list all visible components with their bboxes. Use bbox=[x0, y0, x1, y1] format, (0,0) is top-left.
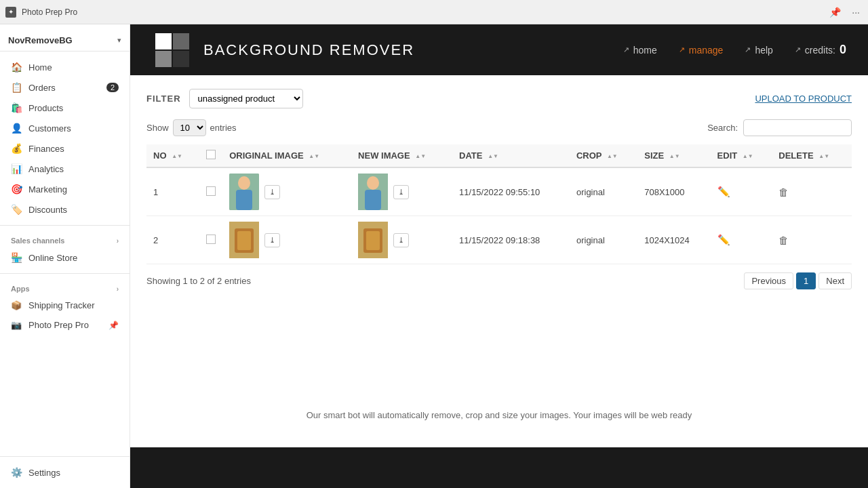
nav-help[interactable]: ↗ help bbox=[745, 45, 772, 56]
store-chevron-icon: ▾ bbox=[117, 36, 121, 45]
app-footer bbox=[130, 447, 868, 488]
new-img-2 bbox=[358, 222, 388, 258]
nav-manage[interactable]: ↗ manage bbox=[679, 45, 724, 56]
shirt-svg-new-1 bbox=[358, 222, 388, 258]
show-select[interactable]: 10 25 50 bbox=[173, 119, 206, 136]
sidebar-item-customers[interactable]: 👤 Customers bbox=[0, 118, 130, 138]
table-controls: Show 10 25 50 entries Search: bbox=[146, 119, 852, 136]
new-img-cell-1: ⤓ bbox=[358, 174, 446, 210]
apps-expand-icon: › bbox=[117, 285, 119, 293]
svg-rect-15 bbox=[366, 231, 380, 250]
orig-img-2 bbox=[229, 222, 259, 258]
delete-btn-1[interactable]: 🗑 bbox=[778, 186, 789, 198]
search-input[interactable] bbox=[743, 119, 852, 136]
cell-crop-2: original bbox=[570, 216, 637, 264]
cell-date-1: 11/15/2022 09:55:10 bbox=[452, 167, 570, 216]
sidebar-item-label: Discounts bbox=[28, 205, 67, 215]
upload-to-product-button[interactable]: UPLOAD TO PRODUCT bbox=[755, 94, 852, 104]
orders-badge: 2 bbox=[106, 83, 119, 92]
main-content: BACKGROUND REMOVER ↗ home ↗ manage ↗ hel… bbox=[130, 24, 868, 488]
finances-icon: 💰 bbox=[11, 143, 22, 154]
manage-nav-arrow: ↗ bbox=[679, 45, 685, 54]
sidebar-item-label: Customers bbox=[28, 123, 71, 134]
app-title: BACKGROUND REMOVER bbox=[203, 41, 414, 59]
svg-rect-3 bbox=[173, 51, 189, 67]
discounts-icon: 🏷️ bbox=[11, 204, 22, 215]
sidebar-item-label: Products bbox=[28, 103, 63, 113]
orig-download-btn-2[interactable]: ⤓ bbox=[264, 233, 280, 247]
person-svg-new-1 bbox=[358, 174, 388, 210]
cell-new-2: ⤓ bbox=[351, 216, 452, 264]
analytics-icon: 📊 bbox=[11, 163, 22, 174]
table-footer: Showing 1 to 2 of 2 entries Previous 1 N… bbox=[146, 272, 852, 289]
sidebar-item-settings[interactable]: ⚙️ Settings bbox=[0, 462, 130, 483]
store-selector[interactable]: NovRemoveBG ▾ bbox=[0, 30, 130, 52]
logo-svg bbox=[155, 33, 189, 67]
table-row: 2 bbox=[146, 216, 852, 264]
sort-icon-orig: ▲▼ bbox=[309, 153, 319, 159]
shipping-tracker-icon: 📦 bbox=[11, 300, 22, 310]
previous-btn[interactable]: Previous bbox=[744, 272, 793, 289]
sidebar-item-label: Home bbox=[28, 62, 52, 73]
help-nav-label: help bbox=[755, 45, 772, 56]
marketing-icon: 🎯 bbox=[11, 184, 22, 195]
show-label: Show bbox=[146, 123, 169, 133]
new-download-btn-1[interactable]: ⤓ bbox=[393, 185, 409, 199]
sidebar-bottom: ⚙️ Settings bbox=[0, 456, 130, 483]
new-img-1 bbox=[358, 174, 388, 210]
titlebar-title: Photo Prep Pro bbox=[22, 7, 77, 17]
titlebar-actions: 📌 ··· bbox=[827, 5, 863, 19]
sidebar-item-analytics[interactable]: 📊 Analytics bbox=[0, 159, 130, 179]
sidebar-item-label: Photo Prep Pro bbox=[28, 320, 89, 330]
cell-cb-2 bbox=[199, 216, 222, 264]
credits-badge: ↗ credits: 0 bbox=[795, 43, 846, 57]
sidebar-item-shipping-tracker[interactable]: 📦 Shipping Tracker bbox=[0, 296, 130, 315]
cell-delete-1: 🗑 bbox=[772, 167, 852, 216]
search-label: Search: bbox=[707, 123, 738, 133]
delete-btn-2[interactable]: 🗑 bbox=[778, 235, 789, 246]
more-button[interactable]: ··· bbox=[849, 5, 863, 19]
col-original-image: ORIGINAL IMAGE ▲▼ bbox=[222, 144, 351, 167]
cell-orig-2: ⤓ bbox=[222, 216, 351, 264]
orig-download-btn-1[interactable]: ⤓ bbox=[264, 185, 280, 199]
app-nav: ↗ home ↗ manage ↗ help ↗ credits: 0 bbox=[623, 43, 846, 57]
sort-icon-new: ▲▼ bbox=[415, 153, 426, 159]
sidebar-item-online-store[interactable]: 🏪 Online Store bbox=[0, 247, 130, 268]
cell-no-1: 1 bbox=[146, 167, 199, 216]
sidebar-item-label: Settings bbox=[28, 468, 60, 478]
edit-btn-2[interactable]: ✏️ bbox=[717, 234, 730, 246]
cell-edit-1: ✏️ bbox=[711, 167, 772, 216]
main-window: ✦ Photo Prep Pro 📌 ··· NovRemoveBG ▾ 🏠 H… bbox=[0, 0, 868, 488]
row-checkbox-1[interactable] bbox=[206, 186, 216, 196]
sidebar-item-photo-prep-pro[interactable]: 📷 Photo Prep Pro 📌 bbox=[0, 315, 130, 335]
table-header-row: NO ▲▼ ORIGINAL IMAGE ▲▼ NEW I bbox=[146, 144, 852, 167]
cell-new-1: ⤓ bbox=[351, 167, 452, 216]
sidebar-item-marketing[interactable]: 🎯 Marketing bbox=[0, 179, 130, 199]
sidebar-item-discounts[interactable]: 🏷️ Discounts bbox=[0, 199, 130, 220]
sidebar-item-orders[interactable]: 📋 Orders 2 bbox=[0, 77, 130, 98]
sidebar-item-finances[interactable]: 💰 Finances bbox=[0, 138, 130, 159]
page-1-btn[interactable]: 1 bbox=[796, 272, 816, 289]
filter-row: FILTER unassigned product all products bbox=[146, 89, 303, 108]
search-row: Search: bbox=[707, 119, 852, 136]
filter-select[interactable]: unassigned product all products bbox=[189, 89, 303, 108]
sort-icon-delete: ▲▼ bbox=[818, 153, 829, 159]
pagination: Previous 1 Next bbox=[744, 272, 852, 289]
pin-button[interactable]: 📌 bbox=[827, 5, 844, 19]
sort-icon-size: ▲▼ bbox=[669, 153, 680, 159]
select-all-checkbox[interactable] bbox=[206, 150, 216, 159]
edit-btn-1[interactable]: ✏️ bbox=[717, 186, 730, 198]
sort-icon-edit: ▲▼ bbox=[743, 153, 753, 159]
sales-channels-header: Sales channels › bbox=[0, 231, 130, 247]
next-btn[interactable]: Next bbox=[818, 272, 852, 289]
credits-arrow: ↗ bbox=[795, 45, 801, 54]
nav-home[interactable]: ↗ home bbox=[623, 45, 657, 56]
col-size: SIZE ▲▼ bbox=[637, 144, 710, 167]
new-download-btn-2[interactable]: ⤓ bbox=[393, 233, 409, 247]
content-area: FILTER unassigned product all products U… bbox=[130, 75, 868, 447]
row-checkbox-2[interactable] bbox=[206, 235, 216, 244]
svg-rect-9 bbox=[365, 190, 381, 210]
settings-icon: ⚙️ bbox=[11, 467, 22, 478]
sidebar-item-home[interactable]: 🏠 Home bbox=[0, 57, 130, 77]
sidebar-item-products[interactable]: 🛍️ Products bbox=[0, 98, 130, 118]
